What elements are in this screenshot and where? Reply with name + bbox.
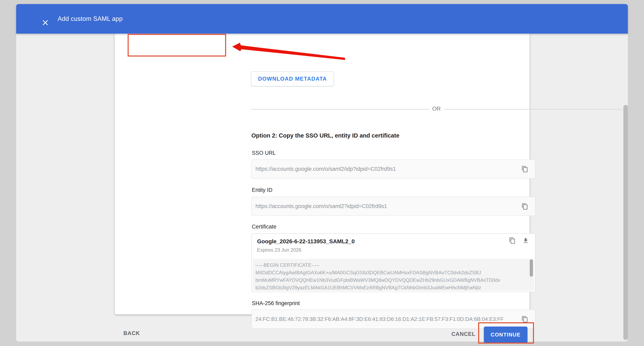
- option2-heading: Option 2: Copy the SSO URL, entity ID an…: [252, 132, 400, 139]
- certificate-label: Certificate: [252, 224, 276, 230]
- download-metadata-button[interactable]: DOWNLOAD METADATA: [251, 71, 334, 86]
- certificate-scrollbar-thumb[interactable]: [530, 259, 533, 277]
- entity-id-label: Entity ID: [252, 187, 272, 193]
- sso-url-value: https://accounts.google.com/o/saml2/idp?…: [256, 166, 521, 172]
- sso-url-field: https://accounts.google.com/o/saml2/idp?…: [252, 159, 536, 179]
- copy-icon[interactable]: [521, 315, 529, 323]
- page-scrollbar-thumb[interactable]: [623, 105, 628, 340]
- sso-url-label: SSO URL: [252, 150, 276, 156]
- close-icon[interactable]: [41, 18, 50, 27]
- certificate-name: Google_2026-6-22-113953_SAML2_0: [257, 238, 355, 245]
- certificate-expiry: Expires 23 Jun 2026: [257, 247, 301, 253]
- copy-icon[interactable]: [521, 202, 529, 211]
- copy-icon[interactable]: [521, 165, 529, 173]
- dialog-body-panel: DOWNLOAD METADATA OR Option 2: Copy the …: [115, 34, 530, 314]
- certificate-body-line: MIIDdDCCAlygAwIBAgIGAXo6K+u/MA0GCSqGSIb3…: [256, 269, 528, 276]
- download-icon[interactable]: [522, 237, 530, 245]
- copy-icon[interactable]: [508, 237, 516, 245]
- divider-or-label: OR: [429, 106, 444, 112]
- continue-button[interactable]: CONTINUE: [484, 326, 528, 343]
- divider-line-right: [444, 109, 622, 110]
- screen: Add custom SAML app DOWNLOAD METADATA OR…: [0, 0, 644, 346]
- certificate-body-line: b2dsZSBGb3IgV29yazELMAkGA1UEBhMCVVMxEzAR…: [256, 284, 528, 291]
- certificate-body: -----BEGIN CERTIFICATE----- MIIDdDCCAlyg…: [252, 259, 534, 291]
- sha256-fingerprint-field: 24:FC:B1:BE:46:72:78:3B:32:F6:AB:A4:8F:3…: [252, 309, 536, 329]
- entity-id-value: https://accounts.google.com/o/saml2?idpi…: [256, 203, 521, 210]
- sha256-fingerprint-value: 24:FC:B1:BE:46:72:78:3B:32:F6:AB:A4:8F:3…: [256, 316, 521, 322]
- certificate-body-line: -----BEGIN CERTIFICATE-----: [256, 261, 528, 269]
- entity-id-field: https://accounts.google.com/o/saml2?idpi…: [252, 197, 536, 216]
- dialog-title: Add custom SAML app: [58, 4, 123, 34]
- certificate-card: Google_2026-6-22-113953_SAML2_0 Expires …: [252, 233, 536, 292]
- sha256-fingerprint-label: SHA-256 fingerprint: [252, 300, 300, 306]
- dialog-header: Add custom SAML app: [16, 4, 628, 34]
- certificate-body-line: bmMuMRYwFAYDVQQHEw1Nb3VudGFpbiBWaWV3MQ8w…: [256, 276, 528, 284]
- cancel-button[interactable]: CANCEL: [452, 331, 476, 337]
- divider-line-left: [251, 109, 429, 110]
- back-button[interactable]: BACK: [124, 330, 140, 336]
